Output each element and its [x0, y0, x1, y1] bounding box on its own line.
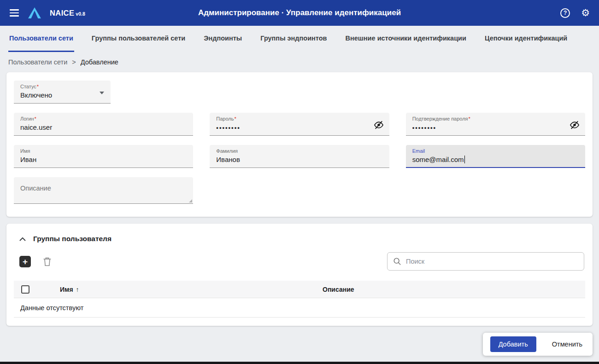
table-header-checkbox-cell — [14, 285, 40, 293]
required-mark: * — [37, 84, 39, 89]
first-name-label: Имя — [20, 148, 187, 154]
header-right: ? ⚙ — [560, 8, 590, 18]
breadcrumb-separator: > — [72, 58, 76, 66]
resize-handle-icon[interactable] — [189, 199, 192, 202]
text-cursor — [464, 156, 465, 163]
groups-toolbar: + — [14, 252, 585, 271]
description-field[interactable]: Описание — [14, 177, 193, 204]
help-icon[interactable]: ? — [560, 8, 570, 18]
last-name-field[interactable]: Фамилия Иванов — [210, 145, 389, 168]
required-mark: * — [235, 116, 236, 121]
sort-asc-icon: ↑ — [76, 286, 79, 293]
email-field[interactable]: Email some@mail.com — [406, 145, 585, 168]
cancel-button[interactable]: Отменить — [549, 336, 585, 352]
empty-table-message: Данные отсутствуют — [14, 298, 585, 318]
column-header-description[interactable]: Описание — [312, 286, 585, 293]
app-brand: NAICE v0.8 — [50, 9, 85, 17]
tab-endpoint-groups[interactable]: Группы эндпоинтов — [259, 26, 328, 52]
search-box[interactable] — [387, 252, 584, 271]
password-confirm-label: Подтверждение пароля* — [412, 116, 579, 122]
form-row-description: Описание — [14, 177, 585, 204]
tab-endpoints[interactable]: Эндпоинты — [203, 26, 243, 52]
plus-icon: + — [23, 257, 28, 266]
required-mark: * — [35, 116, 36, 121]
password-label: Пароль* — [216, 116, 382, 122]
status-select[interactable]: Статус* Включено — [14, 81, 111, 104]
column-header-name[interactable]: Имя↑ — [40, 286, 312, 293]
password-confirm-value: •••••••• — [412, 122, 579, 133]
tab-network-user-groups[interactable]: Группы пользователей сети — [91, 26, 186, 52]
header-left: NAICE v0.8 — [9, 7, 85, 19]
app-header: NAICE v0.8 Администрирование · Управлени… — [0, 0, 599, 26]
user-form-card: Статус* Включено Логин* naice.user Парол… — [6, 72, 593, 217]
status-value: Включено — [20, 90, 104, 100]
breadcrumb-root[interactable]: Пользователи сети — [8, 58, 67, 66]
groups-toolbar-actions: + — [19, 256, 52, 267]
naice-logo-icon — [28, 7, 41, 19]
breadcrumb: Пользователи сети > Добавление — [0, 52, 599, 72]
tab-identity-chains[interactable]: Цепочки идентификаций — [484, 26, 568, 52]
tab-bar: Пользователи сети Группы пользователей с… — [0, 26, 599, 52]
user-groups-section: Группы пользователя + — [6, 224, 593, 326]
login-field[interactable]: Логин* naice.user — [14, 113, 193, 136]
toggle-password-visibility-icon[interactable] — [374, 120, 384, 129]
login-value: naice.user — [20, 122, 187, 133]
menu-icon[interactable] — [9, 8, 19, 18]
form-row-status: Статус* Включено — [14, 81, 585, 104]
groups-table: Имя↑ Описание Данные отсутствуют — [14, 281, 585, 318]
first-name-value: Иван — [20, 155, 187, 165]
email-label: Email — [412, 148, 579, 154]
form-actions: Добавить Отменить — [483, 333, 593, 356]
last-name-label: Фамилия — [216, 148, 382, 154]
password-confirm-field[interactable]: Подтверждение пароля* •••••••• — [406, 113, 585, 136]
description-label: Описание — [20, 185, 187, 192]
password-value: •••••••• — [216, 122, 382, 133]
delete-group-icon[interactable] — [43, 257, 52, 266]
groups-section-header: Группы пользователя — [14, 231, 585, 243]
login-label: Логин* — [20, 116, 187, 122]
status-label: Статус* — [20, 83, 104, 90]
submit-button[interactable]: Добавить — [490, 336, 536, 352]
required-mark: * — [469, 116, 470, 121]
search-icon — [393, 257, 401, 266]
tab-external-identity-sources[interactable]: Внешние источники идентификации — [344, 26, 467, 52]
groups-table-header: Имя↑ Описание — [14, 281, 585, 298]
search-input[interactable] — [406, 258, 578, 265]
toggle-password-visibility-icon[interactable] — [570, 120, 580, 129]
tab-network-users[interactable]: Пользователи сети — [8, 26, 74, 52]
dropdown-arrow-icon — [100, 92, 104, 94]
last-name-value: Иванов — [216, 155, 382, 165]
password-field[interactable]: Пароль* •••••••• — [210, 113, 389, 136]
app-version: v0.8 — [76, 11, 85, 17]
add-group-button[interactable]: + — [19, 256, 31, 267]
groups-section-title: Группы пользователя — [33, 235, 112, 243]
form-row-credentials: Логин* naice.user Пароль* •••••••• — [14, 113, 585, 136]
help-glyph: ? — [564, 10, 567, 16]
gear-icon[interactable]: ⚙ — [581, 8, 590, 18]
form-row-person: Имя Иван Фамилия Иванов Email some@mail.… — [14, 145, 585, 168]
breadcrumb-current: Добавление — [81, 58, 118, 66]
footer-actions-row: Добавить Отменить — [6, 333, 593, 356]
select-all-checkbox[interactable] — [21, 285, 29, 294]
first-name-field[interactable]: Имя Иван — [14, 145, 193, 168]
collapse-chevron-icon[interactable] — [19, 237, 26, 241]
email-value: some@mail.com — [412, 155, 579, 165]
app-name: NAICE — [50, 9, 74, 17]
window-bottom-edge — [0, 362, 599, 364]
main-content: Статус* Включено Логин* naice.user Парол… — [0, 72, 599, 356]
page-title: Администрирование · Управление идентифик… — [0, 8, 599, 17]
